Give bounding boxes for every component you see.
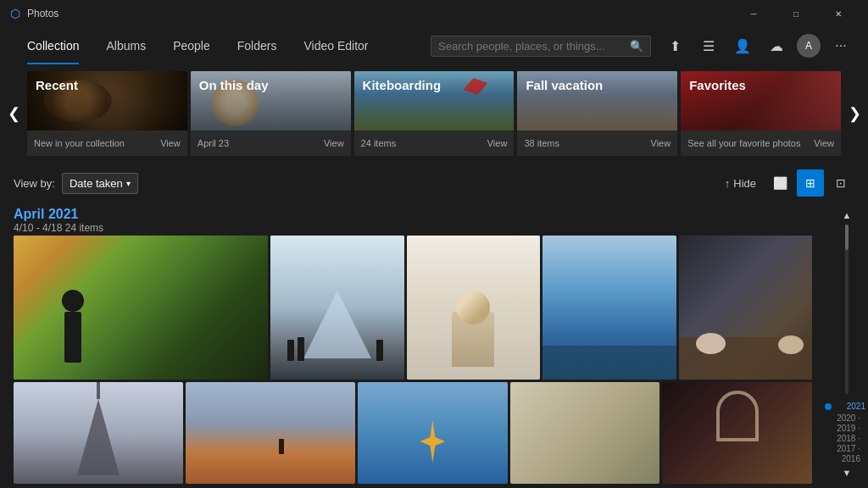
view-controls: View by: Date taken ▾ ↑ Hide ⬜ ⊞ ⊡ xyxy=(0,163,868,203)
card-fallvacation-footer: 38 items View xyxy=(517,130,677,156)
card-favorites[interactable]: Favorites See all your favorite photos V… xyxy=(681,71,841,156)
photo-6[interactable] xyxy=(14,382,183,484)
date-header: April 2021 4/10 - 4/18 24 items xyxy=(14,207,812,234)
year-2019[interactable]: 2019 · xyxy=(830,424,864,433)
photo-8[interactable] xyxy=(358,382,508,484)
card-kiteboarding-subtitle: 24 items xyxy=(361,138,397,148)
card-fallvacation-view[interactable]: View xyxy=(651,138,671,148)
maximize-button[interactable]: □ xyxy=(776,0,815,27)
photo-4[interactable] xyxy=(542,236,676,380)
card-onthisday[interactable]: On this day April 23 View xyxy=(191,71,351,156)
photo-9[interactable] xyxy=(510,382,660,484)
year-2018[interactable]: 2018 · xyxy=(830,434,864,443)
card-kiteboarding-title: Kiteboarding xyxy=(363,78,442,92)
date-group-sub: 4/10 - 4/18 24 items xyxy=(14,222,812,234)
view-icons: ↑ Hide ⬜ ⊞ ⊡ xyxy=(725,169,854,197)
app-title: Photos xyxy=(27,8,58,19)
list-icon[interactable]: ☰ xyxy=(695,32,722,59)
close-button[interactable]: ✕ xyxy=(819,0,858,27)
titlebar: ⬡ Photos ─ □ ✕ xyxy=(0,0,868,27)
photo-1[interactable] xyxy=(14,236,268,380)
nav-video-editor[interactable]: Video Editor xyxy=(290,27,381,64)
card-favorites-footer: See all your favorite photos View xyxy=(681,130,841,156)
card-fallvacation-subtitle: 38 items xyxy=(524,138,559,148)
list-view-button[interactable]: ⬜ xyxy=(766,169,793,197)
more-icon[interactable]: ··· xyxy=(827,32,854,59)
photo-grid-row2 xyxy=(14,382,812,484)
hide-label: Hide xyxy=(733,177,756,190)
minimize-button[interactable]: ─ xyxy=(734,0,773,27)
titlebar-left: ⬡ Photos xyxy=(10,7,58,20)
photo-content: April 2021 4/10 - 4/18 24 items xyxy=(0,203,826,488)
import-icon[interactable]: ⬆ xyxy=(661,32,688,59)
prev-arrow[interactable]: ❮ xyxy=(0,71,27,156)
photo-5[interactable] xyxy=(679,236,813,380)
card-kiteboarding-view[interactable]: View xyxy=(487,138,508,148)
year-2020[interactable]: 2020 · xyxy=(830,413,864,423)
year-2016[interactable]: 2016 xyxy=(830,454,864,463)
people-icon[interactable]: 👤 xyxy=(729,32,756,59)
photo-10[interactable] xyxy=(662,382,812,484)
photo-grid-row1 xyxy=(14,236,812,380)
year-2017[interactable]: 2017 · xyxy=(830,444,864,453)
card-favorites-subtitle: See all your favorite photos xyxy=(687,138,800,148)
nav-toolbar: ⬆ ☰ 👤 ☁ A ··· xyxy=(661,32,854,59)
year-2021[interactable]: 2021 xyxy=(835,402,868,411)
nav-folders[interactable]: Folders xyxy=(224,27,291,64)
view-by-label: View by: xyxy=(14,177,55,190)
hide-button[interactable]: ↑ Hide xyxy=(725,177,756,190)
card-recent-view[interactable]: View xyxy=(160,138,181,148)
scroll-thumb[interactable] xyxy=(845,225,849,250)
card-kiteboarding-footer: 24 items View xyxy=(354,130,515,156)
card-recent[interactable]: Recent New in your collection View xyxy=(27,71,187,156)
nav-albums[interactable]: Albums xyxy=(92,27,159,64)
search-input[interactable] xyxy=(438,40,625,53)
photo-2[interactable] xyxy=(270,236,404,380)
navbar: Collection Albums People Folders Video E… xyxy=(0,27,868,64)
card-favorites-view[interactable]: View xyxy=(814,138,834,148)
compact-view-button[interactable]: ⊡ xyxy=(827,169,854,197)
card-onthisday-subtitle: April 23 xyxy=(198,138,229,148)
card-recent-subtitle: New in your collection xyxy=(34,138,125,148)
nav-people[interactable]: People xyxy=(159,27,224,64)
view-by-dropdown[interactable]: Date taken ▾ xyxy=(62,173,138,194)
view-by-value: Date taken xyxy=(70,177,123,190)
nav-collection[interactable]: Collection xyxy=(14,27,92,64)
main-content: April 2021 4/10 - 4/18 24 items xyxy=(0,203,868,488)
app-icon: ⬡ xyxy=(10,7,20,20)
chevron-down-icon: ▾ xyxy=(126,179,131,188)
search-icon: 🔍 xyxy=(630,40,643,53)
cloud-icon[interactable]: ☁ xyxy=(763,32,790,59)
titlebar-controls: ─ □ ✕ xyxy=(734,0,858,27)
card-recent-title: Recent xyxy=(36,78,78,92)
timeline-scrollbar: ▲ 2021 2020 · 2019 · 2018 · 2017 · 2016 … xyxy=(826,203,868,488)
photo-3[interactable] xyxy=(407,236,541,380)
card-favorites-title: Favorites xyxy=(689,78,746,92)
next-arrow[interactable]: ❯ xyxy=(841,71,868,156)
strip-cards: Recent New in your collection View On th… xyxy=(27,71,841,156)
card-onthisday-footer: April 23 View xyxy=(191,130,351,156)
up-arrow-icon: ↑ xyxy=(725,177,731,190)
card-recent-footer: New in your collection View xyxy=(27,130,187,156)
photo-7[interactable] xyxy=(186,382,355,484)
grid-view-button[interactable]: ⊞ xyxy=(797,169,824,197)
card-kiteboarding[interactable]: Kiteboarding 24 items View xyxy=(354,71,515,156)
search-bar: 🔍 xyxy=(431,36,651,57)
avatar[interactable]: A xyxy=(797,34,821,58)
date-group-title: April 2021 xyxy=(14,207,812,222)
card-fallvacation[interactable]: Fall vacation 38 items View xyxy=(517,71,677,156)
card-onthisday-title: On this day xyxy=(199,78,269,92)
card-fallvacation-title: Fall vacation xyxy=(526,78,603,92)
card-onthisday-view[interactable]: View xyxy=(324,138,344,148)
scroll-track[interactable] xyxy=(845,225,849,394)
featured-strip: ❮ Recent New in your collection View On … xyxy=(0,64,868,163)
